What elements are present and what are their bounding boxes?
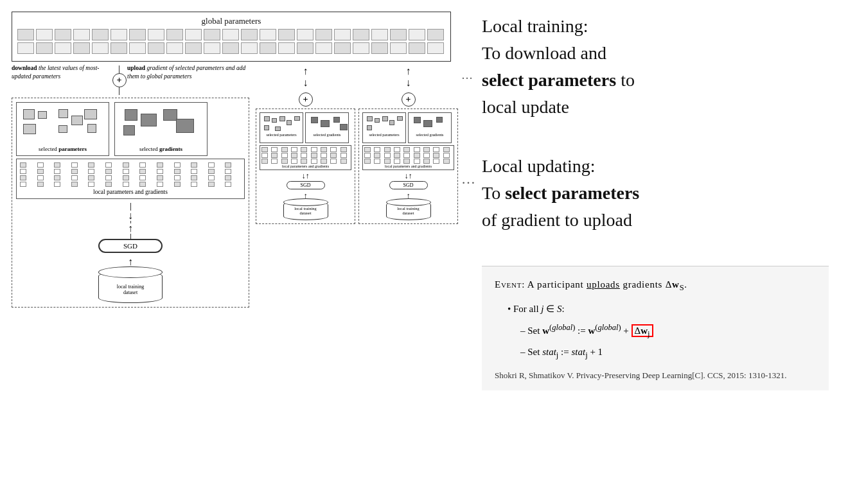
sq: [38, 111, 47, 119]
wgc: [403, 147, 410, 152]
wgc: [291, 153, 297, 158]
worker-box-1: selected parameters selected gradients: [256, 109, 355, 224]
mini-sq-dark: [414, 117, 421, 123]
local-training-line1: Local training:: [482, 16, 588, 36]
lc: [191, 162, 197, 168]
gc: [110, 29, 127, 40]
w2-cylinder: local trainingdataset: [386, 201, 431, 220]
mini-sq-dark: [340, 124, 348, 130]
gc: [166, 29, 183, 40]
event-smallcaps: Event: [495, 279, 522, 290]
wgc: [330, 159, 337, 164]
selected-params-label: selected parameters: [20, 146, 105, 152]
w1-sgd: SGD: [287, 181, 325, 189]
wgc: [384, 147, 391, 152]
bullet-for-all: • For all j ∈ S:: [508, 300, 816, 318]
wgc: [384, 159, 391, 164]
worker2-selected-gradients: selected gradients: [408, 112, 452, 143]
lc: [123, 169, 129, 174]
w2-local-params: local parameters and gradients: [362, 145, 454, 170]
w1-arrows: ↓↑: [260, 171, 351, 181]
gc: [185, 29, 202, 40]
gc: [297, 29, 314, 40]
wgc: [403, 153, 410, 158]
wgc: [271, 147, 278, 152]
gc: [390, 42, 407, 54]
lc: [157, 169, 163, 174]
selected-gradients-label: selected gradients: [118, 146, 204, 152]
wgc: [423, 153, 430, 158]
lc: [54, 182, 60, 187]
gc: [315, 29, 332, 40]
gc: [278, 42, 295, 54]
worker-selected-params: selected parameters: [260, 112, 303, 143]
w2-local-params-label: local parameters and gradients: [364, 164, 452, 168]
wgc: [301, 147, 307, 152]
w1-cylinder: local trainingdataset: [283, 201, 328, 220]
lc: [105, 175, 112, 180]
lc: [139, 169, 146, 174]
upload-text: upload gradient of selected parameters a…: [127, 64, 246, 81]
gc: [427, 29, 444, 40]
lc: [37, 162, 44, 168]
sgd-box: SGD: [98, 239, 163, 253]
gc: [204, 29, 220, 40]
wgc: [261, 147, 268, 152]
local-updating-text: Local updating: To select parameters of …: [482, 153, 829, 234]
lc: [139, 162, 146, 168]
lc: [191, 175, 197, 180]
mini-sq: [264, 125, 269, 130]
sq: [23, 109, 35, 119]
gc: [241, 42, 258, 54]
lc: [88, 162, 94, 168]
lc: [37, 182, 44, 187]
lc: [123, 182, 129, 187]
wgc: [281, 153, 288, 158]
wgc: [271, 159, 278, 164]
wgc: [340, 153, 347, 158]
wgc: [340, 159, 347, 164]
sq-dark: [123, 125, 135, 135]
w1-local-params-label: local parameters and gradients: [261, 164, 349, 168]
worker-plus-circle-1: +: [299, 92, 313, 107]
gc: [204, 42, 220, 54]
gc: [371, 42, 388, 54]
gc: [260, 29, 276, 40]
sq-dark: [125, 109, 137, 121]
lc: [174, 182, 181, 187]
mini-sq: [294, 116, 300, 121]
lc: [157, 162, 163, 168]
ellipsis: …: [461, 109, 475, 224]
lc: [208, 162, 215, 168]
worker-selected-gradients: selected gradients: [305, 112, 349, 143]
wgc: [321, 159, 327, 164]
gc: [315, 42, 332, 54]
wgc: [443, 147, 450, 152]
mini-sq: [397, 116, 403, 121]
global-params-grid-row2: [17, 42, 445, 54]
lc: [54, 169, 60, 174]
selected-gradients-box: selected gradients: [114, 102, 208, 156]
local-updating-section: Local updating: To select parameters of …: [482, 153, 829, 253]
mini-sq: [382, 116, 388, 121]
delta-w-j-box: Δwj: [632, 324, 653, 337]
mini-sq-dark: [333, 117, 340, 123]
lc: [157, 175, 163, 180]
mini-sq: [272, 118, 277, 123]
gc: [353, 29, 369, 40]
wgc: [311, 159, 317, 164]
local-training-text: Local training: To download and select p…: [482, 13, 829, 121]
wgc: [321, 153, 327, 158]
lc: [208, 182, 215, 187]
selected-params-box: selected parameters: [16, 102, 109, 156]
mini-sq: [375, 118, 380, 123]
gc: [166, 42, 183, 54]
local-params-gradients-box: local parameters and gradients: [16, 159, 245, 199]
mini-sq: [367, 116, 373, 121]
gc: [148, 29, 164, 40]
gc: [297, 42, 314, 54]
wgc: [374, 153, 380, 158]
wgc: [394, 153, 400, 158]
sq: [58, 125, 67, 133]
gc: [353, 42, 369, 54]
